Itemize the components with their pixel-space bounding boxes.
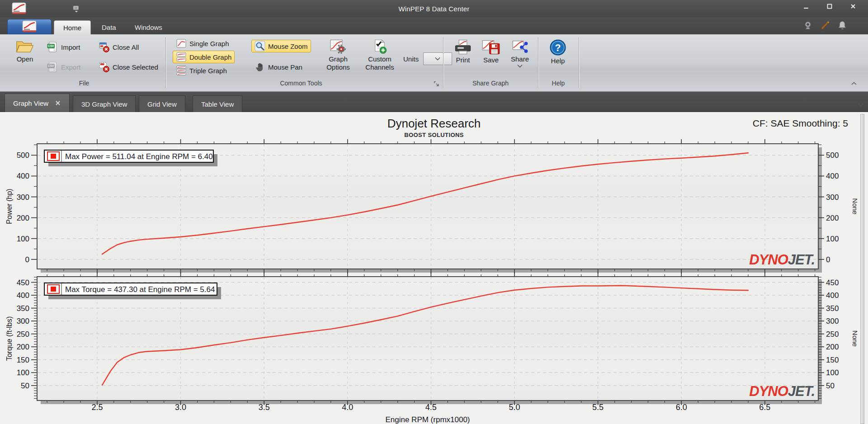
svg-text:100: 100 — [826, 368, 839, 377]
tab-table-view[interactable]: Table View — [193, 95, 242, 112]
svg-text:200: 200 — [17, 343, 29, 351]
svg-text:200: 200 — [826, 343, 839, 351]
group-label-file: File — [5, 80, 164, 89]
dialog-launcher-icon[interactable] — [433, 80, 440, 87]
mouse-pan-icon — [255, 61, 265, 72]
svg-text:0: 0 — [25, 255, 29, 264]
units-dropdown-icon — [435, 57, 440, 61]
share-button[interactable]: Share — [506, 38, 533, 68]
tab-overflow-arrow[interactable] — [858, 103, 864, 108]
app-logo-icon — [19, 20, 39, 33]
open-folder-icon — [15, 39, 34, 54]
triple-graph-icon — [176, 65, 187, 76]
mouse-zoom-icon — [255, 41, 265, 52]
graph-options-button[interactable]: GraphOptions — [319, 38, 357, 71]
print-button[interactable]: Print — [450, 38, 476, 64]
tab-graph-view[interactable]: Graph View — [5, 94, 70, 112]
import-button[interactable]: CSV Import — [43, 41, 84, 53]
titlebar: WinPEP 8 Data Center — [0, 0, 868, 17]
double-graph-button[interactable]: Double Graph — [173, 51, 235, 63]
save-button[interactable]: Save — [478, 38, 504, 64]
ribbon: Open CSV Import CSV Export Close All Clo… — [0, 34, 868, 92]
close-tab-icon[interactable] — [55, 100, 61, 106]
svg-text:150: 150 — [17, 356, 29, 364]
tab-data[interactable]: Data — [93, 20, 125, 34]
bell-icon[interactable] — [837, 20, 847, 30]
mouse-pan-button[interactable]: Mouse Pan — [251, 61, 306, 73]
x-tick-label: 3.5 — [259, 403, 270, 412]
svg-text:250: 250 — [17, 330, 29, 339]
brush-icon[interactable] — [820, 20, 830, 30]
svg-text:100: 100 — [826, 235, 839, 243]
torque-legend: Max Torque = 437.30 at Engine RPM = 5.64 — [44, 283, 221, 299]
x-tick-label: 2.5 — [91, 403, 103, 412]
save-icon — [481, 39, 500, 55]
x-tick-label: 4.0 — [342, 403, 353, 412]
import-csv-icon: CSV — [47, 41, 58, 53]
power-chart-panel: 00100100200200300300400400500500Max Powe… — [5, 139, 859, 273]
x-tick-label: 5.0 — [509, 403, 520, 412]
svg-text:400: 400 — [17, 172, 29, 180]
dyno-charts-canvas[interactable]: 00100100200200300300400400500500Max Powe… — [0, 113, 868, 424]
graph-options-icon — [329, 39, 347, 54]
group-label-help: Help — [539, 80, 578, 89]
svg-text:0: 0 — [826, 255, 830, 264]
share-dropdown-icon — [517, 64, 523, 68]
vertical-scroll-strip[interactable] — [860, 114, 864, 424]
tab-home[interactable]: Home — [54, 20, 91, 34]
torque-y-axis-title: Torque (ft-lbs) — [5, 316, 13, 361]
svg-text:100: 100 — [17, 235, 29, 243]
custom-channels-button[interactable]: CustomChannels — [360, 38, 400, 71]
ribbon-tab-bar: Home Data Windows — [0, 17, 868, 34]
graph-view-panel: Dynojet Research BOOST SOLUTIONS CF: SAE… — [0, 112, 868, 424]
svg-text:300: 300 — [826, 193, 839, 202]
close-window-button[interactable] — [850, 3, 862, 14]
maximize-button[interactable] — [826, 3, 838, 14]
svg-text:500: 500 — [17, 151, 29, 160]
tab-windows[interactable]: Windows — [126, 20, 171, 34]
svg-text:CSV: CSV — [48, 64, 54, 67]
help-icon: ? — [549, 39, 566, 56]
svg-text:150: 150 — [826, 356, 839, 364]
svg-text:?: ? — [555, 42, 561, 53]
x-axis-title: Engine RPM (rpmx1000) — [385, 415, 470, 424]
close-all-icon — [98, 41, 110, 53]
close-selected-button[interactable]: Close Selected — [95, 61, 161, 73]
svg-text:400: 400 — [826, 291, 839, 300]
share-icon — [512, 39, 528, 54]
power-legend: Max Power = 511.04 at Engine RPM = 6.40 — [44, 150, 217, 166]
torque-right-axis-title: None — [851, 330, 859, 347]
export-button: CSV Export — [43, 61, 84, 73]
svg-text:450: 450 — [17, 278, 29, 287]
close-selected-icon — [98, 61, 110, 73]
tab-grid-view[interactable]: Grid View — [139, 95, 185, 112]
units-control: Units — [403, 52, 452, 65]
svg-text:400: 400 — [826, 172, 839, 180]
svg-text:50: 50 — [21, 382, 29, 390]
svg-text:CSV: CSV — [48, 44, 54, 47]
group-separator — [579, 37, 580, 88]
single-graph-button[interactable]: Single Graph — [173, 37, 232, 50]
group-label-common-tools: Common Tools — [166, 80, 436, 89]
x-tick-label: 6.5 — [759, 403, 770, 412]
x-tick-label: 6.0 — [676, 403, 687, 412]
triple-graph-button[interactable]: Triple Graph — [173, 64, 230, 77]
svg-text:450: 450 — [826, 278, 839, 287]
application-button[interactable] — [7, 19, 52, 34]
svg-text:250: 250 — [826, 330, 839, 339]
close-all-button[interactable]: Close All — [95, 41, 142, 53]
x-tick-label: 3.0 — [175, 403, 186, 412]
torque-legend-text: Max Torque = 437.30 at Engine RPM = 5.64 — [65, 285, 215, 294]
svg-text:200: 200 — [17, 214, 29, 222]
minimize-button[interactable] — [803, 3, 815, 14]
collapse-ribbon-icon[interactable] — [851, 81, 858, 86]
mouse-zoom-button[interactable]: Mouse Zoom — [251, 40, 311, 52]
open-button[interactable]: Open — [9, 38, 41, 63]
units-label: Units — [403, 55, 419, 63]
help-button[interactable]: ? Help — [545, 38, 571, 65]
tab-3d-graph-view[interactable]: 3D Graph View — [73, 95, 136, 112]
winpep-application-window: WinPEP 8 Data Center Home Data Windows O… — [0, 0, 868, 424]
units-dropdown[interactable] — [423, 52, 452, 65]
double-graph-icon — [176, 52, 187, 62]
webcam-icon[interactable] — [803, 20, 813, 30]
